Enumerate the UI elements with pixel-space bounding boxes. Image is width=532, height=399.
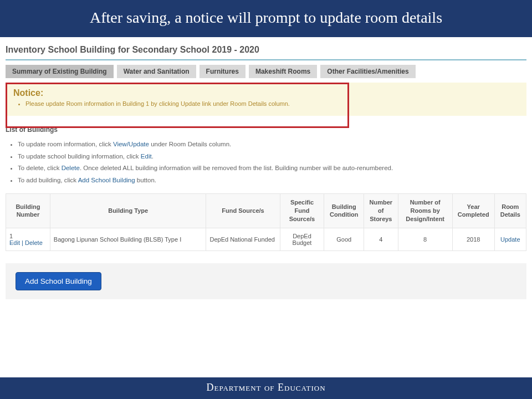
cell-storeys: 4 (364, 228, 398, 250)
col-details: Room Details (494, 194, 526, 228)
col-condition: Building Condition (324, 194, 364, 228)
row-update-link[interactable]: Update (500, 236, 520, 243)
buildings-table: Building Number Building Type Fund Sourc… (6, 193, 526, 251)
divider (6, 59, 526, 60)
slide-title: After saving, a notice will prompt to up… (0, 0, 532, 37)
notice-title: Notice: (13, 88, 519, 98)
col-storeys: Number of Storeys (364, 194, 398, 228)
col-type: Building Type (50, 194, 206, 228)
cell-details: Update (494, 228, 526, 250)
cell-fund: DepEd National Funded (206, 228, 280, 250)
instruction-item: To update school building information, c… (18, 151, 526, 162)
page-title: Inventory School Building for Secondary … (6, 45, 526, 55)
notice-item: Please update Room information in Buildi… (25, 100, 519, 107)
footer: Department of Education (0, 377, 532, 399)
link-view-update[interactable]: View/Update (113, 141, 149, 147)
tab-other[interactable]: Other Facilities/Amenities (320, 65, 415, 78)
cell-type: Bagong Lipunan School Building (BLSB) Ty… (50, 228, 206, 250)
add-school-building-button[interactable]: Add School Building (16, 272, 101, 290)
instruction-item: To delete, click Delete. Once deleted AL… (18, 163, 526, 174)
link-delete[interactable]: Delete (62, 165, 80, 171)
notice-panel: Notice: Please update Room information i… (6, 83, 526, 116)
row-edit-link[interactable]: Edit (9, 239, 20, 246)
cell-condition: Good (324, 228, 364, 250)
tab-summary[interactable]: Summary of Existing Building (6, 65, 114, 78)
table-row: 1 Edit | Delete Bagong Lipunan School Bu… (6, 228, 526, 250)
section-title: List of Buildings (6, 126, 526, 134)
col-fund: Fund Source/s (206, 194, 280, 228)
instruction-item: To add building, click Add School Buildi… (18, 175, 526, 186)
row-delete-link[interactable]: Delete (25, 239, 43, 246)
tab-water[interactable]: Water and Sanitation (117, 65, 196, 78)
cell-rooms: 8 (398, 228, 452, 250)
cell-year: 2018 (452, 228, 494, 250)
tab-furnitures[interactable]: Furnitures (200, 65, 245, 78)
col-number: Building Number (6, 194, 50, 228)
notice-list: Please update Room information in Buildi… (25, 100, 519, 107)
tab-makeshift[interactable]: Makeshift Rooms (249, 65, 317, 78)
col-year: Year Completed (452, 194, 494, 228)
col-rooms: Number of Rooms by Design/Intent (398, 194, 452, 228)
cell-number: 1 Edit | Delete (6, 228, 50, 250)
link-add-building[interactable]: Add School Building (78, 177, 135, 183)
cell-specific: DepEd Budget (280, 228, 324, 250)
tabs: Summary of Existing Building Water and S… (6, 65, 526, 78)
instruction-list: To update room information, click View/U… (18, 139, 526, 186)
link-edit[interactable]: Edit (141, 153, 152, 160)
page-content: Inventory School Building for Secondary … (0, 37, 532, 299)
button-bar: Add School Building (6, 263, 526, 299)
instruction-item: To update room information, click View/U… (18, 139, 526, 150)
table-header-row: Building Number Building Type Fund Sourc… (6, 194, 526, 228)
col-specific: Specific Fund Source/s (280, 194, 324, 228)
